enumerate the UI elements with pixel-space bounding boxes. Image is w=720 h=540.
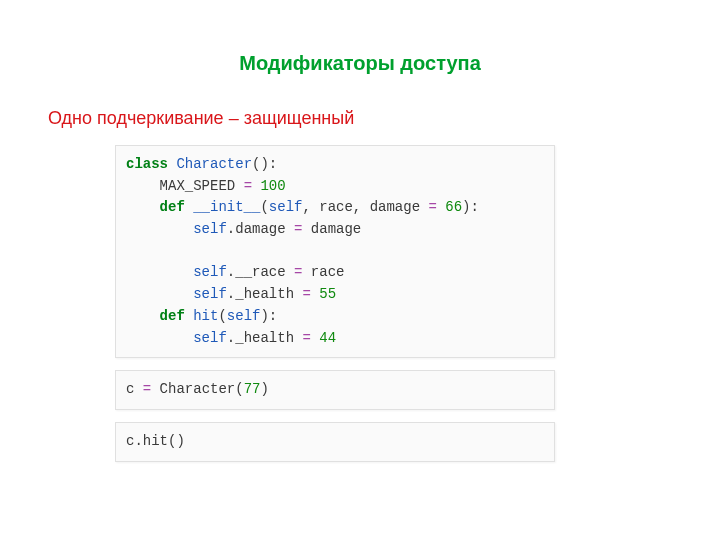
- t: .hit(): [134, 433, 184, 449]
- t: (: [218, 308, 226, 324]
- self: self: [126, 221, 227, 237]
- op: =: [143, 381, 151, 397]
- num: 77: [244, 381, 261, 397]
- t: ):: [462, 199, 479, 215]
- t: (: [260, 199, 268, 215]
- t: c: [126, 381, 143, 397]
- op: =: [244, 178, 252, 194]
- fn-hit: hit: [185, 308, 219, 324]
- t: damage: [302, 221, 361, 237]
- self: self: [126, 330, 227, 346]
- code-block-instantiate: c = Character(77): [115, 370, 555, 410]
- t: race: [302, 264, 344, 280]
- t: [311, 330, 319, 346]
- self: self: [126, 286, 227, 302]
- t: .damage: [227, 221, 294, 237]
- num: 44: [319, 330, 336, 346]
- op: =: [428, 199, 436, 215]
- num: 55: [319, 286, 336, 302]
- kw-class: class: [126, 156, 168, 172]
- kw-def: def: [126, 199, 185, 215]
- code-pre-3: c.hit(): [126, 431, 544, 453]
- code-block-call: c.hit(): [115, 422, 555, 462]
- slide: Модификаторы доступа Одно подчеркивание …: [0, 0, 720, 540]
- t: ._health: [227, 330, 303, 346]
- fn-init: __init__: [185, 199, 261, 215]
- num: 100: [260, 178, 285, 194]
- t: Character(: [151, 381, 243, 397]
- class-name: Character: [168, 156, 252, 172]
- code-block-class: class Character(): MAX_SPEED = 100 def _…: [115, 145, 555, 358]
- t: .__race: [227, 264, 294, 280]
- code-pre-1: class Character(): MAX_SPEED = 100 def _…: [126, 154, 544, 349]
- t: ): [260, 381, 268, 397]
- t: ):: [260, 308, 277, 324]
- op: =: [302, 286, 310, 302]
- kw-def: def: [126, 308, 185, 324]
- t: , race, damage: [302, 199, 428, 215]
- t: ():: [252, 156, 277, 172]
- t: ._health: [227, 286, 303, 302]
- self: self: [269, 199, 303, 215]
- t: [311, 286, 319, 302]
- subtitle: Одно подчеркивание – защищенный: [48, 108, 354, 129]
- code-area: class Character(): MAX_SPEED = 100 def _…: [115, 145, 555, 474]
- num: 66: [445, 199, 462, 215]
- self: self: [227, 308, 261, 324]
- op: =: [302, 330, 310, 346]
- t: MAX_SPEED: [126, 178, 244, 194]
- self: self: [126, 264, 227, 280]
- code-pre-2: c = Character(77): [126, 379, 544, 401]
- page-title: Модификаторы доступа: [0, 52, 720, 75]
